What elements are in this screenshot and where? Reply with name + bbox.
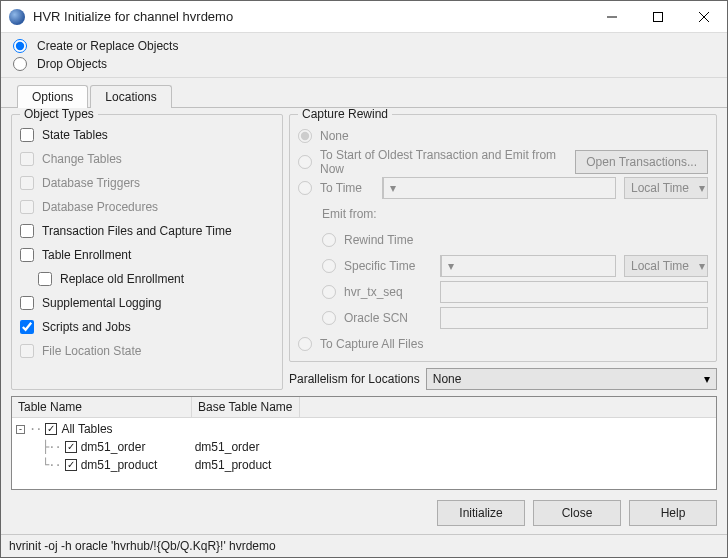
rewind-to-start-row: To Start of Oldest Transaction and Emit …: [298, 149, 708, 175]
tab-locations[interactable]: Locations: [90, 85, 171, 108]
specific-time-combo: ▾: [440, 255, 616, 277]
chevron-down-icon: ▾: [383, 178, 401, 198]
drop-radio-input[interactable]: [13, 57, 27, 71]
chevron-down-icon: ▾: [699, 259, 705, 273]
file-location-state-check: File Location State: [20, 339, 274, 363]
create-replace-label: Create or Replace Objects: [37, 39, 178, 53]
root-checkbox[interactable]: ✓: [45, 423, 57, 435]
drop-label: Drop Objects: [37, 57, 107, 71]
rewind-to-time-row: To Time ▾ Local Time▾: [298, 175, 708, 201]
table-row[interactable]: ├·· ✓ dm51_order dm51_order: [16, 438, 712, 456]
db-procedures-check: Database Procedures: [20, 195, 274, 219]
emit-specific-time-row: Specific Time ▾ Local Time▾: [322, 253, 708, 279]
row-checkbox[interactable]: ✓: [65, 459, 77, 471]
rewind-to-time-radio: [298, 181, 312, 195]
replace-old-check[interactable]: Replace old Enrollment: [20, 267, 274, 291]
scripts-jobs-check[interactable]: Scripts and Jobs: [20, 315, 274, 339]
open-transactions-button: Open Transactions...: [575, 150, 708, 174]
close-button[interactable]: [681, 1, 727, 32]
emit-specific-time-radio: [322, 259, 336, 273]
create-replace-radio[interactable]: Create or Replace Objects: [1, 37, 727, 55]
parallelism-label: Parallelism for Locations: [289, 372, 420, 386]
right-column: Capture Rewind None To Start of Oldest T…: [289, 114, 717, 390]
table-row[interactable]: └·· ✓ dm51_product dm51_product: [16, 456, 712, 474]
row-checkbox[interactable]: ✓: [65, 441, 77, 453]
parallelism-combo[interactable]: None ▾: [426, 368, 717, 390]
dialog-window: HVR Initialize for channel hvrdemo Creat…: [0, 0, 728, 558]
initialize-button[interactable]: Initialize: [437, 500, 525, 526]
tabbar: Options Locations: [1, 78, 727, 108]
db-triggers-check: Database Triggers: [20, 171, 274, 195]
command-line: hvrinit -oj -h oracle 'hvrhub/!{Qb/Q.KqR…: [1, 534, 727, 557]
drop-radio[interactable]: Drop Objects: [1, 55, 727, 73]
hvr-tx-seq-input: [440, 281, 708, 303]
emit-oracle-scn-radio: [322, 311, 336, 325]
app-icon: [9, 9, 25, 25]
tab-options[interactable]: Options: [17, 85, 88, 108]
minimize-button[interactable]: [589, 1, 635, 32]
root-label: All Tables: [61, 422, 112, 436]
supp-logging-check[interactable]: Supplemental Logging: [20, 291, 274, 315]
object-types-group: Object Types State Tables Change Tables …: [11, 114, 283, 390]
titlebar: HVR Initialize for channel hvrdemo: [1, 1, 727, 33]
chevron-down-icon: ▾: [699, 181, 705, 195]
collapse-icon[interactable]: -: [16, 425, 25, 434]
help-button[interactable]: Help: [629, 500, 717, 526]
emit-oracle-scn-row: Oracle SCN: [322, 305, 708, 331]
rewind-none-radio: None: [298, 123, 708, 149]
maximize-button[interactable]: [635, 1, 681, 32]
col-table-name[interactable]: Table Name: [12, 397, 192, 417]
chevron-down-icon: ▾: [704, 372, 710, 386]
emit-hvr-tx-seq-row: hvr_tx_seq: [322, 279, 708, 305]
create-replace-radio-input[interactable]: [13, 39, 27, 53]
tx-files-check[interactable]: Transaction Files and Capture Time: [20, 219, 274, 243]
col-base-table-name[interactable]: Base Table Name: [192, 397, 300, 417]
chevron-down-icon: ▾: [441, 256, 459, 276]
tree-root[interactable]: - ·· ✓ All Tables: [16, 420, 712, 438]
tables-tree: Table Name Base Table Name - ·· ✓ All Ta…: [11, 396, 717, 490]
capture-all-files-radio: To Capture All Files: [298, 331, 708, 357]
tab-content: Object Types State Tables Change Tables …: [1, 108, 727, 492]
specific-time-tz-combo: Local Time▾: [624, 255, 708, 277]
object-types-legend: Object Types: [20, 108, 98, 121]
close-dialog-button[interactable]: Close: [533, 500, 621, 526]
svg-rect-1: [654, 12, 663, 21]
mode-radiogroup: Create or Replace Objects Drop Objects: [1, 33, 727, 78]
emit-from-label: Emit from:: [322, 201, 708, 227]
emit-rewind-time-radio: Rewind Time: [322, 227, 708, 253]
window-title: HVR Initialize for channel hvrdemo: [33, 9, 589, 24]
rewind-to-start-radio: [298, 155, 312, 169]
to-time-combo: ▾: [382, 177, 616, 199]
capture-rewind-group: Capture Rewind None To Start of Oldest T…: [289, 114, 717, 362]
table-enroll-check[interactable]: Table Enrollment: [20, 243, 274, 267]
emit-hvr-tx-seq-radio: [322, 285, 336, 299]
state-tables-check[interactable]: State Tables: [20, 123, 274, 147]
tables-header: Table Name Base Table Name: [12, 397, 716, 418]
to-time-tz-combo: Local Time▾: [624, 177, 708, 199]
capture-rewind-legend: Capture Rewind: [298, 108, 392, 121]
parallelism-row: Parallelism for Locations None ▾: [289, 368, 717, 390]
dialog-buttons: Initialize Close Help: [1, 492, 727, 534]
change-tables-check: Change Tables: [20, 147, 274, 171]
oracle-scn-input: [440, 307, 708, 329]
